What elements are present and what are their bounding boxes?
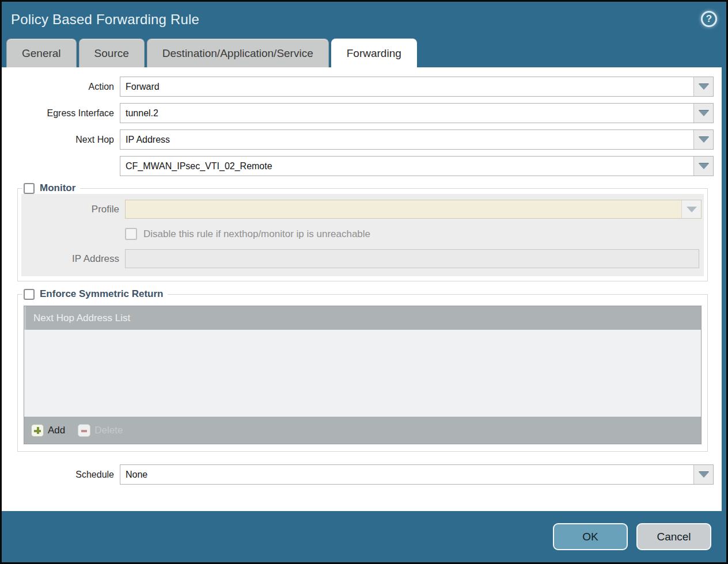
next-hop-label: Next Hop — [2, 135, 120, 145]
egress-interface-label: Egress Interface — [2, 108, 120, 119]
dropdown-arrow-icon — [699, 110, 709, 116]
symmetric-return-legend-label: Enforce Symmetric Return — [40, 288, 163, 300]
schedule-select[interactable]: None — [120, 464, 714, 485]
next-hop-address-value: CF_MWAN_IPsec_VTI_02_Remote — [120, 157, 693, 176]
dropdown-arrow-icon — [699, 84, 709, 90]
tab-source[interactable]: Source — [79, 39, 145, 67]
dialog-titlebar: Policy Based Forwarding Rule ? — [2, 2, 726, 37]
pbf-rule-dialog: Policy Based Forwarding Rule ? General S… — [0, 0, 728, 564]
dropdown-arrow-icon — [699, 137, 709, 143]
action-label: Action — [2, 82, 120, 92]
dialog-footer: OK Cancel — [2, 511, 726, 562]
symmetric-return-legend: Enforce Symmetric Return — [22, 288, 168, 300]
monitor-fieldset: Monitor Profile — [17, 182, 708, 281]
plus-icon — [31, 424, 44, 437]
schedule-row: Schedule None — [2, 464, 714, 485]
disable-rule-label: Disable this rule if nexthop/monitor ip … — [143, 228, 370, 240]
monitor-checkbox[interactable] — [24, 183, 35, 194]
next-hop-row: Next Hop IP Address — [2, 129, 714, 150]
cancel-button[interactable]: Cancel — [636, 523, 711, 550]
tab-bar: General Source Destination/Application/S… — [2, 37, 726, 67]
dropdown-arrow-icon — [699, 472, 709, 478]
symmetric-return-fieldset: Enforce Symmetric Return Next Hop Addres… — [17, 288, 708, 452]
schedule-label: Schedule — [2, 470, 120, 480]
egress-interface-row: Egress Interface tunnel.2 — [2, 103, 714, 123]
table-toolbar: Add Delete — [24, 417, 701, 444]
next-hop-address-table: Next Hop Address List Add Delete — [24, 306, 702, 444]
action-value: Forward — [120, 77, 693, 96]
action-dropdown-button[interactable] — [693, 77, 713, 96]
tab-forwarding[interactable]: Forwarding — [331, 39, 417, 67]
monitor-legend-label: Monitor — [40, 182, 75, 194]
disable-rule-row: Disable this rule if nexthop/monitor ip … — [21, 228, 704, 240]
tab-general[interactable]: General — [6, 39, 77, 67]
action-select[interactable]: Forward — [120, 77, 714, 97]
dropdown-arrow-icon — [687, 207, 697, 212]
monitor-ip-row: IP Address — [21, 249, 704, 268]
monitor-legend: Monitor — [22, 182, 80, 194]
dropdown-arrow-icon — [699, 163, 709, 169]
delete-button-label: Delete — [94, 425, 123, 436]
disable-rule-checkbox — [125, 228, 137, 240]
monitor-ip-input-disabled — [125, 249, 699, 268]
monitor-group-body: Profile Disable this rule if nexthop/mo — [21, 194, 704, 276]
monitor-ip-value — [126, 250, 699, 268]
next-hop-address-row: CF_MWAN_IPsec_VTI_02_Remote — [2, 156, 714, 176]
delete-button: Delete — [78, 424, 123, 437]
egress-interface-value: tunnel.2 — [120, 104, 693, 123]
next-hop-address-dropdown-button[interactable] — [693, 157, 713, 176]
profile-select-disabled — [125, 200, 702, 219]
profile-dropdown-button — [681, 200, 701, 218]
monitor-ip-label: IP Address — [21, 253, 125, 265]
egress-interface-dropdown-button[interactable] — [693, 104, 713, 123]
add-button-label: Add — [48, 425, 65, 436]
schedule-value: None — [120, 465, 693, 484]
profile-value — [126, 200, 681, 218]
next-hop-type-value: IP Address — [120, 130, 693, 149]
schedule-dropdown-button[interactable] — [693, 465, 713, 484]
help-icon[interactable]: ? — [701, 11, 717, 27]
egress-interface-select[interactable]: tunnel.2 — [120, 103, 714, 123]
minus-icon — [78, 424, 90, 437]
tab-destination-application-service[interactable]: Destination/Application/Service — [147, 39, 329, 67]
forwarding-tab-panel: Action Forward Egress Interface tunnel.2… — [2, 67, 722, 511]
next-hop-address-list-header: Next Hop Address List — [24, 306, 701, 330]
action-row: Action Forward — [2, 77, 714, 97]
dialog-title: Policy Based Forwarding Rule — [11, 12, 199, 28]
next-hop-type-select[interactable]: IP Address — [120, 129, 714, 150]
next-hop-address-list-body[interactable] — [24, 330, 701, 417]
symmetric-return-checkbox[interactable] — [24, 289, 35, 300]
add-button[interactable]: Add — [31, 424, 65, 437]
next-hop-address-select[interactable]: CF_MWAN_IPsec_VTI_02_Remote — [120, 156, 714, 176]
profile-row: Profile — [21, 200, 704, 219]
next-hop-dropdown-button[interactable] — [693, 130, 713, 149]
profile-label: Profile — [21, 204, 125, 215]
ok-button[interactable]: OK — [553, 523, 628, 550]
